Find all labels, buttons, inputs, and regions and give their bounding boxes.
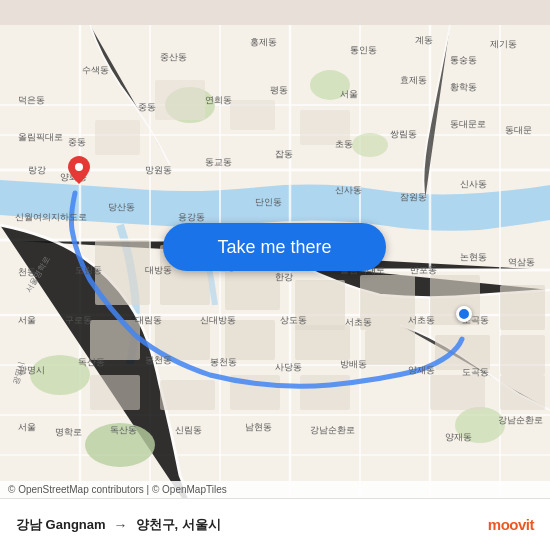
svg-rect-28: [500, 285, 545, 330]
svg-text:초동: 초동: [335, 139, 353, 149]
svg-text:수색동: 수색동: [82, 65, 109, 75]
svg-text:동교동: 동교동: [205, 157, 232, 167]
svg-text:동대문로: 동대문로: [450, 119, 486, 129]
svg-text:제기동: 제기동: [490, 39, 517, 49]
svg-text:랑강: 랑강: [28, 165, 46, 175]
svg-text:신사동: 신사동: [460, 179, 487, 189]
svg-text:봉천동: 봉천동: [210, 357, 237, 367]
svg-text:봉천동: 봉천동: [145, 355, 172, 365]
origin-marker-icon: [68, 156, 90, 184]
svg-text:도곡동: 도곡동: [462, 367, 489, 377]
svg-text:신사동: 신사동: [335, 185, 362, 195]
svg-text:신림동: 신림동: [175, 425, 202, 435]
svg-text:통인동: 통인동: [350, 45, 377, 55]
svg-point-98: [75, 163, 83, 171]
svg-point-6: [352, 133, 388, 157]
svg-text:덕은동: 덕은동: [18, 95, 45, 105]
svg-rect-8: [155, 80, 205, 120]
svg-text:사당동: 사당동: [275, 362, 302, 372]
svg-rect-22: [90, 375, 140, 410]
svg-text:강남순환로: 강남순환로: [310, 425, 355, 435]
svg-rect-18: [225, 320, 275, 360]
svg-text:상도동: 상도동: [280, 315, 307, 325]
svg-text:서울: 서울: [18, 315, 36, 325]
svg-text:홍제동: 홍제동: [250, 37, 277, 47]
bottom-bar: 강남 Gangnam → 양천구, 서울시 moovit: [0, 498, 550, 550]
svg-text:평동: 평동: [270, 85, 288, 95]
svg-text:한강: 한강: [275, 272, 293, 282]
svg-text:서울: 서울: [18, 422, 36, 432]
svg-text:대림동: 대림동: [135, 315, 162, 325]
svg-rect-26: [430, 375, 485, 410]
svg-rect-7: [95, 120, 140, 155]
svg-text:중산동: 중산동: [160, 52, 187, 62]
take-me-there-button[interactable]: Take me there: [163, 223, 386, 271]
route-arrow-icon: →: [114, 517, 128, 533]
svg-text:중동: 중동: [68, 137, 86, 147]
svg-rect-16: [90, 320, 140, 360]
svg-text:신월여의지하도로: 신월여의지하도로: [15, 212, 87, 222]
svg-rect-29: [500, 335, 545, 375]
svg-text:양재동: 양재동: [408, 365, 435, 375]
svg-text:당산동: 당산동: [108, 202, 135, 212]
svg-rect-30: [500, 375, 545, 410]
svg-text:동대문: 동대문: [505, 125, 532, 135]
svg-text:잠원동: 잠원동: [400, 192, 427, 202]
svg-text:중동: 중동: [138, 102, 156, 112]
svg-text:역삼동: 역삼동: [508, 257, 535, 267]
svg-text:효제동: 효제동: [400, 75, 427, 85]
svg-rect-20: [365, 330, 415, 365]
svg-text:명학로: 명학로: [55, 427, 82, 437]
svg-text:남현동: 남현동: [245, 422, 272, 432]
svg-text:황학동: 황학동: [450, 82, 477, 92]
svg-rect-19: [295, 325, 350, 360]
svg-text:서초동: 서초동: [408, 315, 435, 325]
svg-rect-25: [300, 375, 350, 410]
map-background: 덕은동 수색동 중산동 홍제동 통인동 계동 통숭동 제기동 올림픽대로 랑강 …: [0, 0, 550, 550]
svg-text:대방동: 대방동: [145, 265, 172, 275]
svg-text:독산동: 독산동: [78, 357, 105, 367]
svg-text:통숭동: 통숭동: [450, 55, 477, 65]
destination-marker-icon: [456, 306, 472, 322]
svg-text:독산동: 독산동: [110, 425, 137, 435]
route-from-label: 강남 Gangnam: [16, 516, 106, 534]
svg-text:신대방동: 신대방동: [200, 315, 236, 325]
svg-text:논현동: 논현동: [460, 252, 487, 262]
svg-text:망원동: 망원동: [145, 165, 172, 175]
svg-text:용강동: 용강동: [178, 212, 205, 222]
svg-text:잡동: 잡동: [275, 149, 293, 159]
svg-text:구로동: 구로동: [65, 315, 92, 325]
svg-text:계동: 계동: [415, 35, 433, 45]
svg-text:서울: 서울: [340, 89, 358, 99]
svg-text:강남순환로: 강남순환로: [498, 415, 543, 425]
svg-text:도림동: 도림동: [75, 265, 102, 275]
svg-text:양재동: 양재동: [445, 432, 472, 442]
map-attribution: © OpenStreetMap contributors | © OpenMap…: [0, 481, 550, 498]
attribution-text: © OpenStreetMap contributors | © OpenMap…: [8, 484, 227, 495]
svg-text:쌍림동: 쌍림동: [390, 129, 417, 139]
svg-text:서초동: 서초동: [345, 317, 372, 327]
moovit-logo: moovit: [488, 516, 534, 533]
svg-text:단인동: 단인동: [255, 197, 282, 207]
svg-rect-9: [230, 100, 275, 130]
route-to-label: 양천구, 서울시: [136, 516, 221, 534]
svg-text:반포동: 반포동: [410, 265, 437, 275]
svg-text:방배동: 방배동: [340, 359, 367, 369]
map-container: 덕은동 수색동 중산동 홍제동 통인동 계동 통숭동 제기동 올림픽대로 랑강 …: [0, 0, 550, 550]
svg-text:연희동: 연희동: [205, 95, 232, 105]
svg-rect-23: [160, 380, 215, 410]
svg-text:올림픽대로: 올림픽대로: [18, 132, 63, 142]
